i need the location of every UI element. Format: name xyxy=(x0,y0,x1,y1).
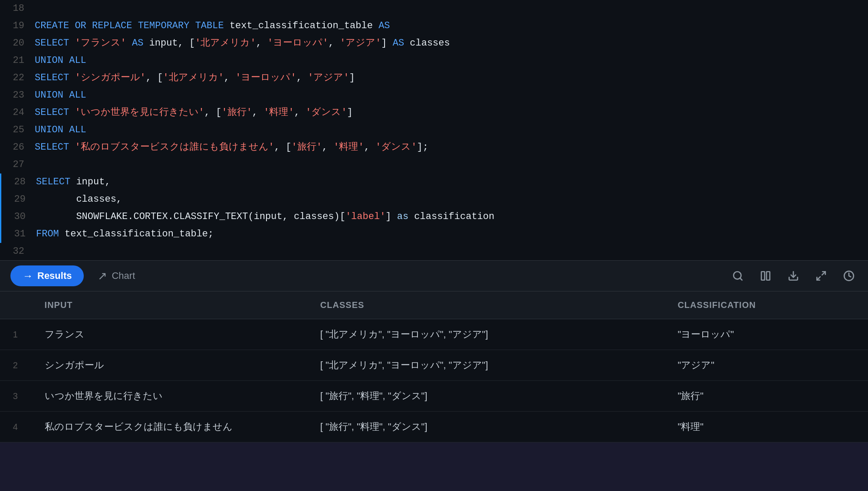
th-classes: CLASSES xyxy=(306,291,664,319)
th-classification: CLASSIFICATION xyxy=(664,291,868,319)
th-input: INPUT xyxy=(31,291,306,319)
input-cell: シンガポール xyxy=(31,350,306,381)
tab-results[interactable]: → Results xyxy=(10,265,84,286)
row-number-cell: 4 xyxy=(0,412,31,442)
code-line-26: 26 SELECT '私のロブスタービスクは誰にも負けません', ['旅行', … xyxy=(0,139,868,156)
th-classes-label: CLASSES xyxy=(320,300,364,310)
line-number-22: 22 xyxy=(0,71,35,85)
line-number-21: 21 xyxy=(0,54,35,68)
line-number-26: 26 xyxy=(0,141,35,154)
toolbar-right xyxy=(729,267,858,285)
expand-icon[interactable] xyxy=(812,267,830,285)
line-number-32: 32 xyxy=(0,245,35,259)
svg-rect-2 xyxy=(761,272,765,280)
input-cell: いつか世界を見に行きたい xyxy=(31,381,306,412)
classes-cell: [ "北アメリカ", "ヨーロッパ", "アジア"] xyxy=(306,350,664,381)
table-header-row: INPUT CLASSES CLASSIFICATION xyxy=(0,291,868,319)
download-icon[interactable] xyxy=(785,267,802,285)
code-line-30: 30 SNOWFLAKE.CORTEX.CLASSIFY_TEXT(input,… xyxy=(0,208,868,226)
line-content-22: SELECT 'シンガポール', ['北アメリカ', 'ヨーロッパ', 'アジア… xyxy=(35,71,355,85)
line-content-21: UNION ALL xyxy=(35,54,86,68)
code-line-22: 22 SELECT 'シンガポール', ['北アメリカ', 'ヨーロッパ', '… xyxy=(0,69,868,87)
table-row: 1フランス[ "北アメリカ", "ヨーロッパ", "アジア"]"ヨーロッパ" xyxy=(0,319,868,350)
th-rownum xyxy=(0,291,31,319)
line-number-19: 19 xyxy=(0,19,35,33)
code-editor: 18 19 CREATE OR REPLACE TEMPORARY TABLE … xyxy=(0,0,868,260)
row-number-cell: 3 xyxy=(0,381,31,412)
table-row: 4私のロブスタービスクは誰にも負けません[ "旅行", "料理", "ダンス"]… xyxy=(0,412,868,442)
classification-cell: "料理" xyxy=(664,412,868,442)
line-number-31: 31 xyxy=(1,227,36,241)
code-line-18: 18 xyxy=(0,0,868,17)
line-number-27: 27 xyxy=(0,158,35,172)
line-content-25: UNION ALL xyxy=(35,123,86,137)
line-content-28: SELECT input, xyxy=(36,175,111,189)
classification-cell: "旅行" xyxy=(664,381,868,412)
code-line-25: 25 UNION ALL xyxy=(0,121,868,139)
results-tab-label: Results xyxy=(37,270,72,282)
input-cell: 私のロブスタービスクは誰にも負けません xyxy=(31,412,306,442)
classification-cell: "アジア" xyxy=(664,350,868,381)
tab-chart[interactable]: ↗ Chart xyxy=(87,265,145,287)
line-number-20: 20 xyxy=(0,36,35,50)
line-content-30: SNOWFLAKE.CORTEX.CLASSIFY_TEXT(input, cl… xyxy=(36,210,494,224)
classes-cell: [ "旅行", "料理", "ダンス"] xyxy=(306,412,664,442)
code-line-27: 27 xyxy=(0,156,868,173)
line-content-20: SELECT 'フランス' AS input, ['北アメリカ', 'ヨーロッパ… xyxy=(35,36,450,50)
classification-cell: "ヨーロッパ" xyxy=(664,319,868,350)
line-content-29: classes, xyxy=(36,193,122,206)
search-icon[interactable] xyxy=(729,267,746,285)
results-arrow-icon: → xyxy=(23,270,33,282)
table-row: 2シンガポール[ "北アメリカ", "ヨーロッパ", "アジア"]"アジア" xyxy=(0,350,868,381)
line-number-23: 23 xyxy=(0,88,35,102)
th-input-label: INPUT xyxy=(45,300,73,310)
classes-cell: [ "旅行", "料理", "ダンス"] xyxy=(306,381,664,412)
results-table-container: INPUT CLASSES CLASSIFICATION 1フランス[ "北アメ… xyxy=(0,291,868,442)
results-table: INPUT CLASSES CLASSIFICATION 1フランス[ "北アメ… xyxy=(0,291,868,442)
line-number-28: 28 xyxy=(1,175,36,189)
row-number-cell: 1 xyxy=(0,319,31,350)
chart-tab-label: Chart xyxy=(112,270,135,282)
line-content-19: CREATE OR REPLACE TEMPORARY TABLE text_c… xyxy=(35,19,390,33)
svg-rect-3 xyxy=(766,272,770,280)
code-line-28: 28 SELECT input, xyxy=(0,173,868,191)
row-number-cell: 2 xyxy=(0,350,31,381)
code-line-32: 32 xyxy=(0,243,868,260)
clock-icon[interactable] xyxy=(840,267,858,285)
code-line-20: 20 SELECT 'フランス' AS input, ['北アメリカ', 'ヨー… xyxy=(0,35,868,52)
input-cell: フランス xyxy=(31,319,306,350)
line-number-29: 29 xyxy=(1,193,36,206)
table-row: 3いつか世界を見に行きたい[ "旅行", "料理", "ダンス"]"旅行" xyxy=(0,381,868,412)
line-number-25: 25 xyxy=(0,123,35,137)
toolbar: → Results ↗ Chart xyxy=(0,260,868,291)
line-number-30: 30 xyxy=(1,210,36,224)
columns-icon[interactable] xyxy=(757,267,774,285)
line-content-26: SELECT '私のロブスタービスクは誰にも負けません', ['旅行', '料理… xyxy=(35,141,428,154)
chart-line-icon: ↗ xyxy=(98,269,107,283)
line-content-23: UNION ALL xyxy=(35,88,86,102)
code-line-29: 29 classes, xyxy=(0,191,868,208)
code-line-23: 23 UNION ALL xyxy=(0,87,868,104)
code-line-31: 31 FROM text_classification_table; xyxy=(0,226,868,243)
classes-cell: [ "北アメリカ", "ヨーロッパ", "アジア"] xyxy=(306,319,664,350)
code-line-24: 24 SELECT 'いつか世界を見に行きたい', ['旅行', '料理', '… xyxy=(0,104,868,121)
line-content-24: SELECT 'いつか世界を見に行きたい', ['旅行', '料理', 'ダンス… xyxy=(35,106,353,120)
line-number-18: 18 xyxy=(0,2,35,16)
svg-line-1 xyxy=(740,278,742,280)
line-content-31: FROM text_classification_table; xyxy=(36,227,214,241)
th-classification-label: CLASSIFICATION xyxy=(677,300,756,310)
line-number-24: 24 xyxy=(0,106,35,120)
code-line-19: 19 CREATE OR REPLACE TEMPORARY TABLE tex… xyxy=(0,17,868,35)
code-line-21: 21 UNION ALL xyxy=(0,52,868,69)
toolbar-left: → Results ↗ Chart xyxy=(10,265,145,287)
